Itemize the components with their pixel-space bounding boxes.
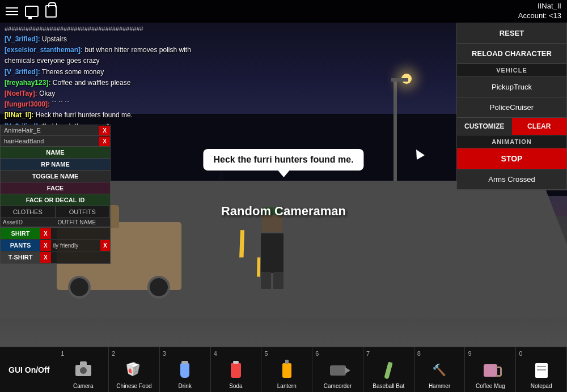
reset-button[interactable]: RESET [457,23,566,44]
hotbar-label: Soda [229,383,242,390]
hotbar-lantern[interactable]: 5 Lantern [261,347,312,392]
arms-crossed-button[interactable]: Arms Crossed [457,169,566,190]
hotbar-num: 7 [366,350,370,357]
hotbar-label: Notepad [531,383,552,390]
hotbar-baseball-bat[interactable]: 7 Baseball Bat [363,347,414,392]
pants-remove-button-2[interactable]: X [100,240,110,251]
hotbar: 1 Camera 2 Chinese Food 3 Drink 4 [58,347,567,392]
face-section[interactable]: FACE [1,182,110,194]
food-icon [124,360,144,381]
menu-button[interactable] [6,7,18,15]
hotbar-label: Camcorder [324,383,352,390]
drink-icon [175,360,195,381]
hotbar-soda[interactable]: 4 Soda [211,347,262,392]
hotbar-label: Lantern [277,383,297,390]
chat-text: Theres some money [42,68,104,76]
truck-wheel-right [147,276,170,299]
hotbar-label: Drink [179,383,192,390]
hotbar-num: 2 [112,350,115,357]
pants-label: PANTS [1,240,40,251]
hammer-icon [429,360,450,381]
clear-button[interactable]: CLEAR [512,118,567,135]
name-section[interactable]: NAME [1,147,110,159]
vehicle-header: VEHICLE [457,64,566,77]
chat-line: [freyahay123]: Coffee and waffles please [5,78,211,88]
pants-row: PANTS X ily friendly X [1,240,110,252]
face-decal-section[interactable]: FACE OR DECAL ID [1,194,110,206]
street-light [393,78,397,191]
outfit-name-input[interactable]: OUTFIT NAME [56,218,111,227]
chat-divider: ######################################## [5,25,211,32]
pickup-truck-button[interactable]: PickupTruck [457,77,566,97]
pants-text: ily friendly [51,242,101,249]
clothes-header[interactable]: CLOTHES [1,206,56,218]
bag-icon[interactable] [45,5,57,18]
police-cruiser-button[interactable]: PoliceCruiser [457,97,566,118]
gui-toggle-button[interactable]: GUI On/Off [0,365,58,374]
name-label: NAME [46,149,64,156]
hamburger-line [6,11,18,12]
top-bar-left [6,5,57,18]
rp-name-section[interactable]: RP NAME [1,159,110,171]
toggle-name-section[interactable]: TOGGLE NAME [1,171,110,182]
chat-icon[interactable] [25,6,39,17]
food-icon-shape [126,363,141,378]
lantern-icon [277,360,297,381]
notepad-icon-shape [535,363,548,378]
tag-remove-button[interactable]: X [99,137,110,147]
face-decal-label: FACE OR DECAL ID [26,197,85,203]
character-name-label: Random Cameraman [221,204,346,219]
reload-character-button[interactable]: RELOAD CHARACTER [457,44,566,64]
chat-text: Coffee and waffles please [53,79,131,87]
chat-user: [fungurl3000]: [5,100,50,108]
bat-icon [378,360,399,381]
road-line-2 [257,257,260,276]
bottom-bar: GUI On/Off 1 Camera 2 Chinese Food 3 Dri… [0,347,567,392]
clothes-label: CLOTHES [13,208,43,215]
hotbar-chinese-food[interactable]: 2 Chinese Food [109,347,160,392]
camcorder-icon [328,360,348,381]
asset-outfit-row: AssetID OUTFIT NAME [1,218,110,228]
pants-remove-button[interactable]: X [40,240,51,251]
tshirt-remove-button[interactable]: X [40,252,51,263]
tag-row: AnimeHair_E X [1,125,110,136]
hotbar-camcorder[interactable]: 6 Camcorder [312,347,363,392]
hotbar-num: 3 [163,350,166,357]
hotbar-hammer[interactable]: 8 Hammer [414,347,466,392]
tag-label: AnimeHair_E [1,125,99,136]
shirt-remove-button[interactable]: X [40,228,51,239]
tag-remove-button[interactable]: X [99,126,110,136]
customize-clear-row: CUSTOMIZE CLEAR [457,118,566,135]
hotbar-drink[interactable]: 3 Drink [160,347,211,392]
hamburger-line [6,14,18,15]
chat-text: Upstairs [42,35,67,43]
character-figure [261,233,284,273]
hotbar-num: 4 [214,350,217,357]
face-label: FACE [47,185,64,191]
rp-name-label: RP NAME [41,161,70,168]
hotbar-label: Coffee Mug [476,383,505,390]
mug-icon [480,360,501,381]
hotbar-num: 6 [315,350,319,357]
user-info: IINat_II Account: <13 [518,2,561,21]
hamburger-line [6,7,18,8]
hotbar-coffee-mug[interactable]: 9 Coffee Mug [465,347,516,392]
mug-icon-shape [484,364,497,377]
chat-user: [V_3rified]: [5,68,40,76]
chat-text: Heck the furri hunters found me. [36,111,133,119]
hotbar-camera[interactable]: 1 Camera [58,347,109,392]
tshirt-label: T-SHIRT [1,252,40,263]
hotbar-num: 5 [264,350,268,357]
customize-button[interactable]: CUSTOMIZE [457,118,512,135]
assetid-input[interactable]: AssetID [1,218,56,227]
drink-icon-shape [180,363,189,378]
tag-row: hairHeadBand X [1,136,110,147]
chat-text: `` `` `` [52,100,69,108]
stop-button[interactable]: STOP [457,148,566,169]
hotbar-num: 1 [61,350,64,357]
toggle-name-label: TOGGLE NAME [32,173,79,180]
bat-icon-shape [384,361,393,379]
truck-wheel-left [68,276,91,299]
hotbar-notepad[interactable]: 0 Notepad [516,347,567,392]
outfits-header[interactable]: OUTFITS [56,206,111,218]
